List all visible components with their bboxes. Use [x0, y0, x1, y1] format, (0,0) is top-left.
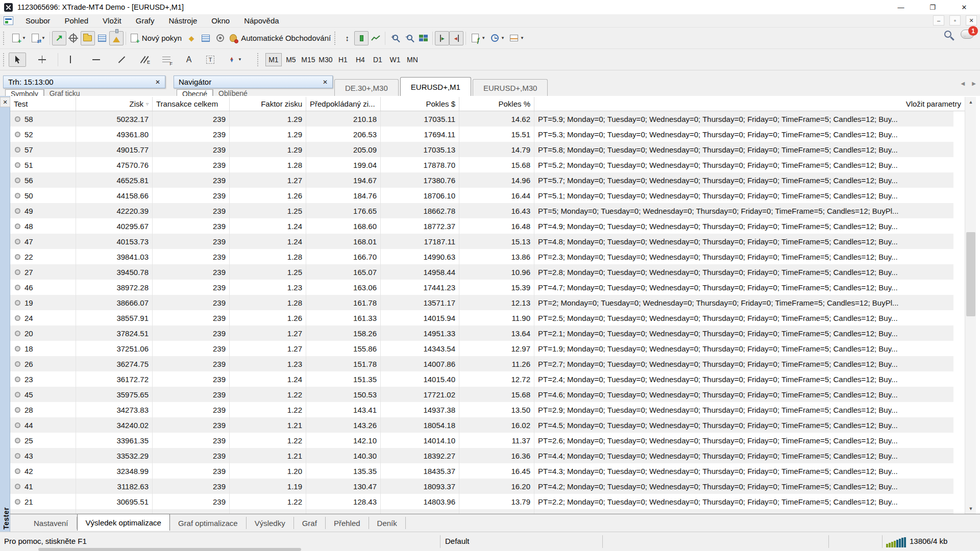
tester-tab[interactable]: Deník	[369, 517, 406, 529]
terminal-button[interactable]	[95, 31, 109, 45]
result-row[interactable]: 4131182.632391.19130.4718093.3716.20PT=4…	[10, 479, 953, 494]
vertical-line-button[interactable]	[63, 53, 78, 67]
timeframe-m5[interactable]: M5	[283, 53, 299, 66]
close-icon[interactable]: ✕	[317, 79, 328, 86]
toolbar-drag-handle[interactable]	[3, 53, 7, 66]
menu-nástroje[interactable]: Nástroje	[161, 15, 204, 27]
toolbar-drag-handle[interactable]	[257, 53, 261, 66]
tile-windows-button[interactable]	[416, 31, 430, 45]
timeframe-h1[interactable]: H1	[335, 53, 351, 66]
text-label-button[interactable]: T	[203, 53, 217, 67]
close-icon[interactable]: ✕	[150, 79, 160, 86]
timeframe-m15[interactable]: M15	[300, 53, 316, 66]
fibonacci-button[interactable]: F	[159, 53, 174, 67]
result-row[interactable]: 4030445.672391.19127.4118111.4516.41PT=4…	[10, 509, 953, 514]
zoom-in-button[interactable]: +	[387, 31, 402, 45]
result-row[interactable]: 4232348.992391.20135.3518435.3716.45PT=4…	[10, 463, 953, 479]
market-watch-panel-header[interactable]: Trh: 15:13:00 ✕	[3, 76, 165, 88]
metaeditor-button[interactable]	[199, 31, 213, 45]
result-row[interactable]: 2130695.512391.22128.4314803.9613.79PT=2…	[10, 494, 953, 509]
result-row[interactable]: 5646525.812391.27194.6717380.7614.96PT=5…	[10, 172, 953, 188]
child-restore-button[interactable]: ▫	[949, 15, 961, 26]
status-profile[interactable]: Default	[445, 537, 470, 545]
tab-scroll-right-icon[interactable]: ▶	[972, 81, 976, 86]
trendline-button[interactable]	[114, 53, 129, 67]
search-icon[interactable]	[944, 31, 951, 38]
profiles-button[interactable]: ⇄	[28, 31, 42, 45]
horizontal-line-button[interactable]	[89, 53, 103, 67]
toolbar-drag-handle[interactable]	[334, 32, 338, 45]
scrollbar-thumb[interactable]	[966, 232, 975, 316]
close-button[interactable]: ✕	[948, 0, 980, 14]
result-row[interactable]: 4942220.392391.25176.6518662.7816.43PT=5…	[10, 203, 953, 218]
scroll-down-icon[interactable]: ▼	[965, 504, 976, 514]
indicators-button[interactable]: ƒ	[468, 31, 482, 45]
chart-tab[interactable]: DE.30+,M30	[334, 79, 399, 96]
result-row[interactable]: 4638972.282391.23163.0617441.2315.39PT=4…	[10, 280, 953, 295]
new-chart-button[interactable]: +	[9, 31, 23, 45]
result-row[interactable]: 4434240.022391.21143.2618054.1816.02PT=4…	[10, 417, 953, 433]
result-row[interactable]: 2438557.912391.26161.3314015.9411.90PT=2…	[10, 310, 953, 325]
timeframe-m1[interactable]: M1	[265, 53, 282, 66]
column-zisk[interactable]: Zisk▿	[76, 97, 153, 111]
strategy-tester-button[interactable]	[109, 31, 124, 45]
timeframe-w1[interactable]: W1	[387, 53, 403, 66]
candlestick-chart-button[interactable]	[354, 31, 369, 45]
tester-tab[interactable]: Výsledky	[247, 517, 294, 529]
market-watch-button[interactable]: ↗	[52, 31, 66, 45]
result-row[interactable]: 2834273.832391.22143.4114937.3813.50PT=2…	[10, 402, 953, 417]
result-row[interactable]: 4840295.672391.24168.6018772.3716.48PT=4…	[10, 218, 953, 234]
templates-button[interactable]	[507, 31, 521, 45]
minimize-button[interactable]: —	[885, 0, 917, 14]
result-row[interactable]: 1938666.072391.28161.7813571.1712.13PT=2…	[10, 295, 953, 310]
tester-tab[interactable]: Nastavení	[26, 517, 77, 529]
result-row[interactable]: 5147570.762391.28199.0417878.7015.68PT=5…	[10, 157, 953, 172]
result-row[interactable]: 4535975.652391.22150.5317721.0215.68PT=4…	[10, 387, 953, 402]
menu-grafy[interactable]: Grafy	[129, 15, 162, 27]
timeframe-d1[interactable]: D1	[370, 53, 386, 66]
timeframe-m30[interactable]: M30	[317, 53, 334, 66]
cursor-tool-button[interactable]	[9, 53, 26, 67]
column-transakce-celkem[interactable]: Transakce celkem	[153, 97, 230, 111]
menu-vložit[interactable]: Vložit	[95, 15, 129, 27]
line-chart-button[interactable]	[369, 31, 383, 45]
scroll-up-icon[interactable]: ▲	[965, 97, 976, 107]
equidistant-channel-button[interactable]: E	[138, 53, 152, 67]
result-row[interactable]: 2239841.032391.28166.7014990.6313.86PT=2…	[10, 249, 953, 264]
tester-side-label[interactable]: Tester	[0, 507, 10, 530]
chart-tab[interactable]: EURUSD+,M1	[400, 77, 471, 96]
bar-chart-button[interactable]: ↕	[340, 31, 354, 45]
tester-tab[interactable]: Přehled	[326, 517, 369, 529]
zoom-out-button[interactable]: −	[402, 31, 416, 45]
data-window-button[interactable]	[66, 31, 81, 45]
timeframe-mn[interactable]: MN	[404, 53, 421, 66]
column-faktor-zisku[interactable]: Faktor zisku	[230, 97, 306, 111]
navigator-button[interactable]	[81, 31, 95, 45]
toolbar-drag-handle[interactable]	[3, 32, 7, 45]
result-row[interactable]: 1837251.062391.27155.8614343.5412.97PT=1…	[10, 341, 953, 356]
child-close-button[interactable]: ✕	[966, 15, 977, 26]
tab-graf-ticku[interactable]: Graf ticku	[44, 89, 85, 96]
arrows-tool-button[interactable]: ▲▼	[225, 53, 239, 67]
metaquotes-button[interactable]: ◆	[184, 31, 199, 45]
chart-shift-button[interactable]: ◂	[449, 31, 463, 45]
expert-advisors-button[interactable]	[213, 31, 227, 45]
menu-nápověda[interactable]: Nápověda	[237, 15, 286, 27]
vertical-scrollbar[interactable]: ▲ ▼	[965, 97, 976, 514]
result-row[interactable]: 5850232.172391.29210.1817035.1114.62PT=5…	[10, 111, 953, 127]
result-row[interactable]: 4333532.292391.21140.3018392.2716.36PT=4…	[10, 448, 953, 463]
notification-bubble-icon[interactable]: 1	[961, 30, 974, 39]
child-window-icon[interactable]	[4, 16, 13, 25]
new-order-button[interactable]: + Nový pokyn	[128, 31, 184, 45]
menu-soubor[interactable]: Soubor	[18, 15, 57, 27]
close-tester-icon[interactable]: ✕	[0, 97, 10, 107]
child-minimize-button[interactable]: –	[933, 15, 944, 26]
insert-parameters-link[interactable]: Vložit parametry	[534, 97, 965, 111]
menu-pohled[interactable]: Pohled	[57, 15, 95, 27]
column-test[interactable]: Test	[10, 97, 76, 111]
menu-okno[interactable]: Okno	[204, 15, 237, 27]
periods-button[interactable]	[487, 31, 502, 45]
column-pokles-pct[interactable]: Pokles %	[459, 97, 534, 111]
result-row[interactable]: 5249361.802391.29206.5317694.1115.51PT=5…	[10, 127, 953, 142]
result-row[interactable]: 2636274.752391.23151.7814007.8611.26PT=2…	[10, 356, 953, 371]
